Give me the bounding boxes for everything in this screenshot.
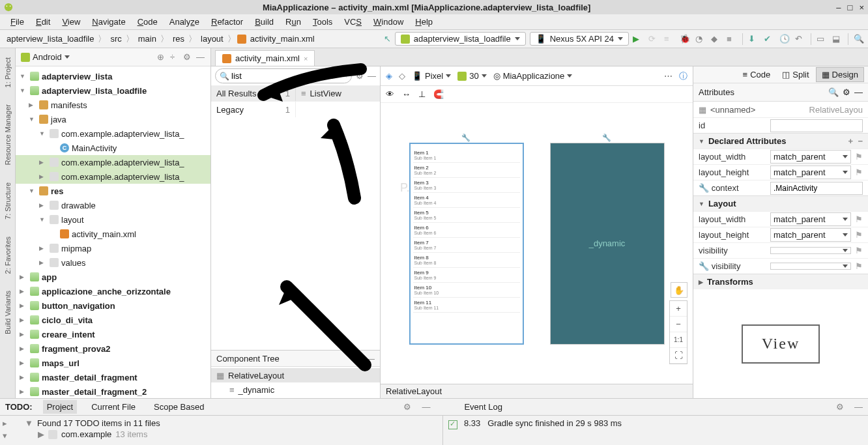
apply-changes-icon[interactable]: ⟳ — [648, 34, 659, 44]
menu-help[interactable]: Help — [410, 16, 438, 28]
menu-tools[interactable]: Tools — [308, 16, 338, 28]
menu-run[interactable]: Run — [280, 16, 306, 28]
menu-code[interactable]: Code — [132, 16, 163, 28]
stop-button[interactable]: ■ — [727, 34, 737, 44]
component-tree-root[interactable]: ▦ RelativeLayout — [211, 368, 380, 382]
todo-hide-icon[interactable]: — — [422, 402, 430, 412]
menu-refactor[interactable]: Refactor — [206, 16, 248, 28]
event-settings-icon[interactable]: ⚙ — [836, 402, 844, 412]
view-mode-split[interactable]: ◫Split — [777, 68, 814, 81]
tree-node[interactable]: ▶drawable — [16, 198, 210, 212]
event-hide-icon[interactable]: — — [854, 402, 863, 412]
zoom-fit-button[interactable]: ⛶ — [670, 348, 687, 364]
tree-node[interactable]: ▼com.example.adapterview_lista_ — [16, 126, 210, 141]
clear-search-icon[interactable]: × — [343, 72, 347, 79]
close-tab-icon[interactable]: × — [304, 55, 308, 63]
tree-node[interactable]: ▼adapterview_lista_loadfile — [16, 83, 210, 98]
vcs-revert-icon[interactable]: ↶ — [795, 34, 805, 44]
palette-search[interactable]: 🔍 × — [215, 68, 352, 83]
attr-section-transforms[interactable]: Transforms — [707, 277, 753, 287]
tree-node[interactable]: ▶creare_intent — [16, 327, 210, 341]
view-mode-design[interactable]: ▦Design — [816, 67, 864, 82]
attr-vis-combo[interactable] — [770, 247, 851, 254]
profile-icon[interactable]: ◔ — [695, 34, 706, 44]
tree-node[interactable]: ▶com.example.adapterview_lista_ — [16, 169, 210, 184]
attr-section-layout[interactable]: Layout — [708, 199, 736, 208]
todo-tab-project[interactable]: Project — [43, 400, 77, 414]
view-options-icon[interactable]: 👁 — [386, 89, 394, 99]
default-margins-icon[interactable]: ⊥ — [418, 89, 426, 99]
tree-node[interactable]: ▼res — [16, 184, 210, 198]
settings-gear-icon[interactable]: ⚙ — [183, 52, 192, 62]
menu-vcs[interactable]: VCS — [339, 16, 367, 28]
menu-navigate[interactable]: Navigate — [87, 16, 130, 28]
view-mode-code[interactable]: ≡Code — [738, 68, 776, 81]
gutter-resource[interactable]: Resource Manager — [3, 99, 13, 171]
run-button[interactable]: ▶ — [633, 34, 643, 44]
device-combo[interactable]: 📱 Nexus 5X API 24 — [530, 32, 629, 46]
pan-tool-icon[interactable]: ✋ — [671, 282, 687, 298]
search-everywhere-icon[interactable]: 🔍 — [854, 34, 864, 44]
tree-node[interactable]: ▶com.example.adapterview_lista_ — [16, 155, 210, 169]
zoom-actual-button[interactable]: 1:1 — [670, 332, 687, 348]
crumb-1[interactable]: src — [108, 33, 124, 45]
component-tree-child[interactable]: ≡ _dynamic — [211, 382, 380, 397]
attach-debugger-icon[interactable]: ◆ — [711, 34, 721, 44]
tree-node[interactable]: ▶maps_url — [16, 356, 210, 370]
menu-file[interactable]: File — [5, 16, 29, 28]
design-preview[interactable]: Item 1Sub Item 1Item 2Sub Item 2Item 3Su… — [409, 143, 524, 345]
todo-tab-scope[interactable]: Scope Based — [150, 400, 208, 414]
component-tree[interactable]: ▦ RelativeLayout ≡ _dynamic — [211, 367, 380, 398]
gutter-favorites[interactable]: 2: Favorites — [3, 231, 13, 279]
attr-tvis-combo[interactable] — [770, 263, 851, 270]
palette-hide-icon[interactable]: — — [368, 71, 376, 81]
attr-id-input[interactable] — [770, 119, 863, 132]
attr-section-declared[interactable]: Declared Attributes — [708, 136, 848, 146]
vcs-history-icon[interactable]: 🕓 — [779, 34, 790, 44]
debug-button[interactable]: 🐞 — [680, 34, 690, 44]
orientation-icon[interactable]: ◇ — [399, 71, 405, 81]
attr-settings-icon[interactable]: ⚙ — [843, 87, 850, 97]
palette-settings-icon[interactable]: ⚙ — [356, 71, 364, 81]
theme-combo[interactable]: ◎MiaApplicazione — [493, 71, 573, 81]
design-canvas[interactable]: P. Carafizio Algo 🔧 Item 1Sub Item 1Item… — [381, 103, 693, 384]
sync-icon[interactable]: ↖ — [384, 34, 391, 44]
attr-lh2-combo[interactable]: match_parent — [770, 228, 851, 242]
tree-node[interactable]: ▶manifests — [16, 98, 210, 112]
crumb-4[interactable]: layout — [198, 33, 226, 45]
apply-code-icon[interactable]: ≡ — [664, 34, 674, 44]
warnings-icon[interactable]: ⓘ — [679, 70, 687, 82]
component-tree-hide-icon[interactable]: — — [366, 354, 375, 364]
blueprint-preview[interactable]: _dynamic — [550, 143, 665, 345]
menu-analyze[interactable]: Analyze — [164, 16, 205, 28]
tree-node[interactable]: ▶fragment_prova2 — [16, 341, 210, 356]
sdk-manager-icon[interactable]: ⬓ — [832, 34, 843, 44]
layout-breadcrumb-item[interactable]: RelativeLayout — [386, 386, 442, 396]
tree-node[interactable]: CMainActivity — [16, 141, 210, 155]
zoom-in-button[interactable]: + — [670, 301, 687, 317]
tree-node[interactable]: ▼adapterview_lista — [16, 69, 210, 83]
component-tree-settings-icon[interactable]: ⚙ — [354, 354, 362, 364]
menu-build[interactable]: Build — [250, 16, 279, 28]
add-attr-icon[interactable]: + — [848, 136, 854, 146]
tree-node[interactable]: ▶mipmap — [16, 241, 210, 255]
tree-node[interactable]: ▶ciclo_di_vita — [16, 313, 210, 327]
palette-search-input[interactable] — [231, 71, 336, 81]
tree-node[interactable]: ▶master_detail_fragment — [16, 370, 210, 384]
device-preview-combo[interactable]: 📱Pixel — [412, 71, 451, 81]
todo-pkg-name[interactable]: com.example — [61, 429, 111, 439]
palette-listview[interactable]: ListView — [310, 89, 341, 98]
tree-node[interactable]: activity_main.xml — [16, 227, 210, 241]
vcs-commit-icon[interactable]: ✔ — [764, 34, 774, 44]
attr-context-input[interactable] — [770, 182, 863, 195]
todo-collapse-icon[interactable]: ▾ — [3, 431, 7, 440]
select-opened-file-icon[interactable]: ⊕ — [157, 52, 166, 62]
palette-category-legacy[interactable]: Legacy — [216, 105, 244, 115]
project-view-dropdown[interactable] — [65, 55, 70, 59]
tree-node[interactable]: ▶master_detail_fragment_2 — [16, 384, 210, 398]
autoconnect-icon[interactable]: ↔ — [402, 89, 411, 99]
editor-tab-activity-main[interactable]: activity_main.xml × — [215, 50, 315, 66]
design-surface-icon[interactable]: ◈ — [386, 71, 392, 81]
close-button[interactable]: × — [859, 3, 864, 12]
gutter-project[interactable]: 1: Project — [3, 52, 13, 93]
